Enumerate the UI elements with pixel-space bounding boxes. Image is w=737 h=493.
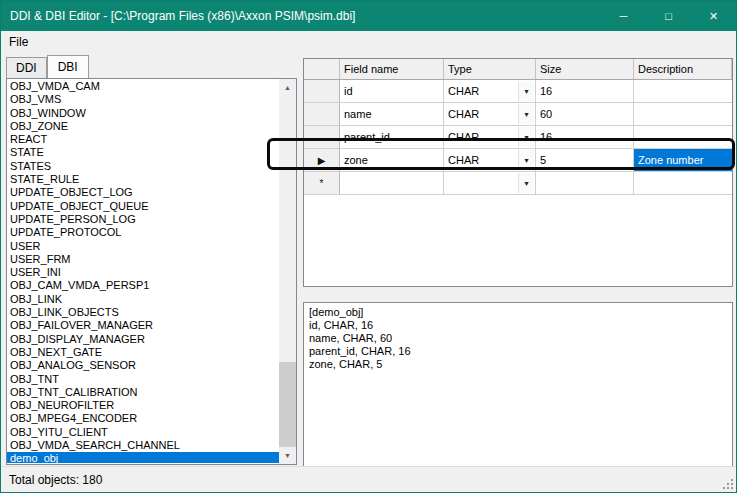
cell-size[interactable]: 16 xyxy=(536,80,634,102)
grid-row: nameCHAR▾60 xyxy=(304,103,732,126)
list-item[interactable]: OBJ_ANALOG_SENSOR xyxy=(7,359,279,372)
status-text: Total objects: 180 xyxy=(9,473,102,487)
close-button[interactable]: ✕ xyxy=(691,1,736,31)
dropdown-arrow-icon[interactable]: ▾ xyxy=(518,104,534,124)
scrollbar-thumb[interactable] xyxy=(279,362,296,447)
tab-strip: DDI DBI xyxy=(6,55,89,78)
list-item[interactable]: OBJ_DISPLAY_MANAGER xyxy=(7,333,279,346)
list-item[interactable]: STATE_RULE xyxy=(7,173,279,186)
cell-description[interactable]: Zone number xyxy=(634,149,732,171)
cell-type[interactable]: ▾ xyxy=(444,172,536,194)
cell-type[interactable]: CHAR▾ xyxy=(444,126,536,148)
grid-header-row: Field name Type Size Description xyxy=(304,59,732,80)
cell-field-name[interactable]: name xyxy=(340,103,444,125)
definition-preview: [demo_obj] id, CHAR, 16 name, CHAR, 60 p… xyxy=(303,302,733,476)
list-item[interactable]: OBJ_FAILOVER_MANAGER xyxy=(7,319,279,332)
menu-bar: File xyxy=(1,31,736,53)
cell-field-name[interactable] xyxy=(340,172,444,194)
list-item[interactable]: OBJ_TNT xyxy=(7,373,279,386)
cell-description[interactable] xyxy=(634,103,732,125)
cell-size[interactable] xyxy=(536,172,634,194)
type-value: CHAR xyxy=(448,154,479,166)
column-header-type[interactable]: Type xyxy=(444,59,536,79)
list-item[interactable]: UPDATE_PROTOCOL xyxy=(7,226,279,239)
list-item[interactable]: OBJ_VMS xyxy=(7,93,279,106)
list-item[interactable]: OBJ_MPEG4_ENCODER xyxy=(7,412,279,425)
cell-field-name[interactable]: id xyxy=(340,80,444,102)
list-scrollbar[interactable]: ▲ ▼ xyxy=(279,79,296,464)
tab-ddi[interactable]: DDI xyxy=(6,57,47,78)
object-type-list: OBJ_VMDA_CAMOBJ_VMSOBJ_WINDOWOBJ_ZONEREA… xyxy=(6,78,297,465)
list-item[interactable]: OBJ_TNT_CALIBRATION xyxy=(7,386,279,399)
list-item[interactable]: OBJ_VMDA_CAM xyxy=(7,80,279,93)
resize-grip[interactable] xyxy=(722,478,734,490)
cell-description[interactable] xyxy=(634,126,732,148)
cell-type[interactable]: CHAR▾ xyxy=(444,149,536,171)
scroll-down-icon[interactable]: ▼ xyxy=(279,447,296,464)
cell-field-name[interactable]: parent_id xyxy=(340,126,444,148)
cell-description[interactable] xyxy=(634,172,732,194)
list-item[interactable]: UPDATE_OBJECT_LOG xyxy=(7,186,279,199)
type-value: CHAR xyxy=(448,85,479,97)
maximize-icon: □ xyxy=(665,10,672,22)
list-item[interactable]: UPDATE_OBJECT_QUEUE xyxy=(7,200,279,213)
list-item[interactable]: UPDATE_PERSON_LOG xyxy=(7,213,279,226)
close-icon: ✕ xyxy=(709,10,718,23)
cell-description[interactable] xyxy=(634,80,732,102)
grid-row: *▾ xyxy=(304,172,732,195)
list-item[interactable]: STATES xyxy=(7,160,279,173)
current-row-indicator[interactable]: ▶ xyxy=(304,149,340,171)
cell-type[interactable]: CHAR▾ xyxy=(444,103,536,125)
list-item[interactable]: USER xyxy=(7,240,279,253)
fields-grid: Field name Type Size Description idCHAR▾… xyxy=(303,58,733,287)
dropdown-arrow-icon[interactable]: ▾ xyxy=(518,81,534,101)
minimize-icon: ─ xyxy=(620,10,628,22)
list-item[interactable]: OBJ_VMDA_SEARCH_CHANNEL xyxy=(7,439,279,452)
window-title: DDI & DBI Editor - [C:\Program Files (x8… xyxy=(1,9,601,23)
status-bar: Total objects: 180 xyxy=(1,466,736,492)
list-item[interactable]: OBJ_WINDOW xyxy=(7,107,279,120)
list-item[interactable]: USER_FRM xyxy=(7,253,279,266)
type-value: CHAR xyxy=(448,108,479,120)
list-item[interactable]: OBJ_NEUROFILTER xyxy=(7,399,279,412)
list-item[interactable]: REACT xyxy=(7,133,279,146)
tab-dbi[interactable]: DBI xyxy=(47,55,89,78)
column-header-description[interactable]: Description xyxy=(634,59,732,79)
grid-body: idCHAR▾16nameCHAR▾60parent_idCHAR▾16▶zon… xyxy=(304,80,732,195)
cell-field-name[interactable]: zone xyxy=(340,149,444,171)
list-item[interactable]: OBJ_YITU_CLIENT xyxy=(7,426,279,439)
minimize-button[interactable]: ─ xyxy=(601,1,646,31)
grid-row: parent_idCHAR▾16 xyxy=(304,126,732,149)
dropdown-arrow-icon[interactable]: ▾ xyxy=(518,150,534,170)
list-item[interactable]: OBJ_CAM_VMDA_PERSP1 xyxy=(7,279,279,292)
column-header-size[interactable]: Size xyxy=(536,59,634,79)
dropdown-arrow-icon[interactable]: ▾ xyxy=(518,127,534,147)
list-item[interactable]: OBJ_LINK_OBJECTS xyxy=(7,306,279,319)
scroll-up-icon[interactable]: ▲ xyxy=(279,79,296,96)
maximize-button[interactable]: □ xyxy=(646,1,691,31)
cell-type[interactable]: CHAR▾ xyxy=(444,80,536,102)
grid-row: ▶zoneCHAR▾5Zone number xyxy=(304,149,732,172)
column-header-field-name[interactable]: Field name xyxy=(340,59,444,79)
object-type-list-items: OBJ_VMDA_CAMOBJ_VMSOBJ_WINDOWOBJ_ZONEREA… xyxy=(7,80,279,463)
row-header[interactable] xyxy=(304,126,340,148)
list-item[interactable]: USER_INI xyxy=(7,266,279,279)
list-item[interactable]: OBJ_NEXT_GATE xyxy=(7,346,279,359)
grid-row: idCHAR▾16 xyxy=(304,80,732,103)
grid-corner-cell xyxy=(304,59,340,79)
type-value: CHAR xyxy=(448,131,479,143)
cell-size[interactable]: 5 xyxy=(536,149,634,171)
dropdown-arrow-icon[interactable]: ▾ xyxy=(518,173,534,193)
cell-size[interactable]: 60 xyxy=(536,103,634,125)
new-row-indicator[interactable]: * xyxy=(304,172,340,194)
list-item[interactable]: demo_obj xyxy=(7,452,279,463)
window-controls: ─ □ ✕ xyxy=(601,1,736,31)
row-header[interactable] xyxy=(304,103,340,125)
title-bar: DDI & DBI Editor - [C:\Program Files (x8… xyxy=(1,1,736,31)
row-header[interactable] xyxy=(304,80,340,102)
list-item[interactable]: OBJ_LINK xyxy=(7,293,279,306)
cell-size[interactable]: 16 xyxy=(536,126,634,148)
menu-file[interactable]: File xyxy=(1,35,36,49)
list-item[interactable]: STATE xyxy=(7,146,279,159)
list-item[interactable]: OBJ_ZONE xyxy=(7,120,279,133)
